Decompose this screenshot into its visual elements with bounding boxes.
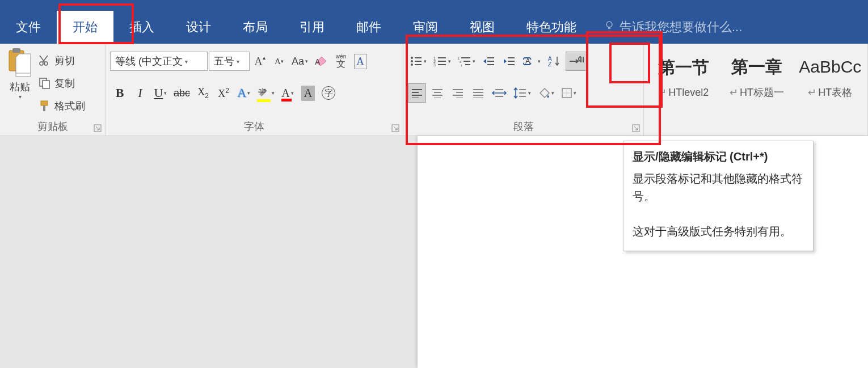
asian-layout-icon: A (523, 56, 537, 67)
subscript-button[interactable]: X2 (193, 83, 213, 103)
svg-text:ab: ab (258, 87, 266, 95)
tab-file[interactable]: 文件 (0, 11, 57, 44)
shading-button[interactable]: ▾ (536, 83, 557, 103)
shrink-font-button[interactable]: A▾ (270, 52, 288, 71)
align-justify-button[interactable] (469, 83, 487, 103)
bullets-icon (410, 56, 423, 66)
font-group-label: 字体 (106, 120, 403, 133)
tab-review[interactable]: 审阅 (397, 11, 454, 44)
style-ht-title-1[interactable]: 第一章 ↵HT标题一 (720, 45, 793, 106)
style-sample: 第一节 (658, 52, 709, 83)
tab-layout[interactable]: 布局 (227, 11, 284, 44)
character-border-button[interactable]: A (351, 52, 369, 71)
font-name-combo[interactable]: 等线 (中文正文 ▾ (110, 52, 208, 71)
align-right-icon (452, 88, 464, 98)
svg-line-8 (40, 56, 45, 62)
tooltip-body: 显示段落标记和其他隐藏的格式符号。 这对于高级版式任务特别有用。 (633, 170, 804, 240)
align-left-icon (411, 88, 423, 98)
style-name: ↵HTlevel2 (658, 86, 709, 99)
align-center-button[interactable] (428, 83, 446, 103)
svg-point-17 (411, 57, 413, 59)
character-shading-button[interactable]: A (298, 83, 318, 103)
tab-insert[interactable]: 插入 (113, 11, 170, 44)
numbering-button[interactable]: 123▾ (431, 52, 453, 71)
svg-rect-1 (608, 27, 610, 29)
svg-rect-11 (41, 101, 48, 105)
tab-home[interactable]: 开始 (57, 11, 113, 44)
align-right-button[interactable] (449, 83, 467, 103)
increase-indent-icon (503, 56, 516, 66)
font-launcher[interactable] (391, 124, 399, 132)
line-spacing-button[interactable]: ▾ (511, 83, 533, 103)
underline-icon: U (154, 86, 163, 100)
tab-references[interactable]: 引用 (284, 11, 340, 44)
font-size-combo[interactable]: 五号 ▾ (209, 52, 250, 71)
align-left-button[interactable] (408, 83, 426, 103)
enclose-characters-button[interactable]: 字 (319, 83, 338, 103)
change-case-button[interactable]: Aa▾ (289, 52, 310, 71)
multilevel-list-icon: 1ai (458, 56, 471, 66)
strikethrough-icon: abc (174, 87, 190, 99)
align-justify-icon (472, 88, 484, 98)
underline-button[interactable]: U▾ (151, 83, 170, 103)
copy-button[interactable]: 复制 (39, 77, 102, 90)
increase-indent-button[interactable] (500, 52, 519, 71)
style-ht-table[interactable]: AaBbCc ↵HT表格 (794, 45, 866, 106)
paragraph-launcher[interactable] (632, 124, 640, 132)
clipboard-launcher[interactable] (94, 124, 102, 132)
borders-button[interactable]: ▾ (559, 83, 579, 103)
eraser-icon: A (314, 54, 328, 68)
ribbon-tab-bar: 文件 开始 插入 设计 布局 引用 邮件 审阅 视图 特色功能 告诉我您想要做什… (0, 0, 868, 44)
clear-formatting-button[interactable]: A (311, 52, 331, 71)
cut-label: 剪切 (54, 54, 75, 67)
svg-rect-10 (43, 81, 49, 88)
align-center-icon (431, 88, 444, 98)
paste-button[interactable]: 粘贴 ▾ (3, 47, 36, 117)
tab-mailings[interactable]: 邮件 (340, 11, 397, 44)
show-hide-marks-button[interactable] (566, 52, 587, 71)
phonetic-guide-button[interactable]: wén 文 (332, 52, 350, 71)
grow-font-icon: A▴ (254, 55, 265, 68)
highlight-color-button[interactable]: ab ▾ (255, 83, 277, 103)
clipboard-group-label: 剪贴板 (0, 120, 105, 133)
multilevel-list-button[interactable]: 1ai▾ (456, 52, 478, 71)
style-sample: AaBbCc (799, 52, 861, 82)
font-color-icon: A (281, 87, 289, 100)
bold-button[interactable]: B (110, 83, 129, 103)
grow-font-button[interactable]: A▴ (251, 52, 269, 71)
svg-rect-12 (43, 105, 45, 111)
asian-layout-button[interactable]: A▾ (521, 52, 543, 71)
bullets-button[interactable]: ▾ (408, 52, 429, 71)
chevron-down-icon: ▾ (185, 58, 193, 65)
distributed-button[interactable] (490, 83, 509, 103)
borders-icon (561, 87, 572, 99)
tab-design[interactable]: 设计 (170, 11, 227, 44)
font-size-value: 五号 (214, 54, 234, 68)
paste-dropdown-arrow[interactable]: ▾ (19, 94, 22, 100)
tab-special-features[interactable]: 特色功能 (511, 11, 592, 44)
sort-button[interactable]: AZ (545, 52, 563, 71)
highlight-icon: ab (257, 85, 271, 101)
tab-view[interactable]: 视图 (454, 11, 511, 44)
bold-icon: B (116, 86, 124, 100)
tell-me-search[interactable]: 告诉我您想要做什么... (592, 11, 753, 44)
group-styles: 第一节 ↵HTlevel2 第一章 ↵HT标题一 AaBbCc ↵HT表格 (644, 44, 868, 136)
style-htlevel2[interactable]: 第一节 ↵HTlevel2 (647, 45, 719, 106)
line-spacing-icon (513, 87, 527, 99)
font-color-button[interactable]: A▾ (278, 83, 297, 103)
group-paragraph: ▾ 123▾ 1ai▾ A▾ AZ (403, 44, 644, 136)
tooltip-show-hide-marks: 显示/隐藏编辑标记 (Ctrl+*) 显示段落标记和其他隐藏的格式符号。 这对于… (623, 141, 814, 251)
cut-button[interactable]: 剪切 (39, 54, 102, 67)
strikethrough-button[interactable]: abc (171, 83, 192, 103)
style-name: ↵HT标题一 (730, 86, 784, 99)
superscript-icon: X2 (218, 87, 229, 100)
format-painter-button[interactable]: 格式刷 (39, 99, 102, 113)
shrink-font-icon: A▾ (275, 57, 284, 66)
style-name: ↵HT表格 (808, 86, 852, 99)
text-effects-button[interactable]: A▾ (234, 83, 254, 103)
svg-text:Z: Z (548, 61, 551, 67)
decrease-indent-button[interactable] (480, 52, 498, 71)
italic-button[interactable]: I (130, 83, 150, 103)
numbering-icon: 123 (433, 56, 447, 66)
superscript-button[interactable]: X2 (214, 83, 233, 103)
